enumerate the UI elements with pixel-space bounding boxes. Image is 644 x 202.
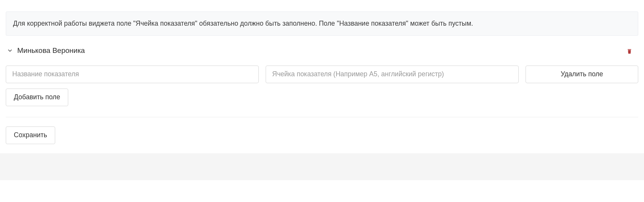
chevron-down-icon — [7, 47, 13, 54]
section-header: Минькова Вероника — [6, 46, 638, 55]
divider — [6, 117, 638, 117]
footer-strip — [0, 153, 644, 180]
save-button[interactable]: Сохранить — [6, 126, 55, 144]
save-row: Сохранить — [6, 126, 638, 144]
trash-icon[interactable] — [625, 46, 634, 55]
info-banner-text: Для корректной работы виджета поле "Ячей… — [13, 20, 473, 27]
delete-field-button[interactable]: Удалить поле — [526, 66, 638, 83]
indicator-name-input[interactable] — [6, 66, 259, 83]
info-banner: Для корректной работы виджета поле "Ячей… — [6, 11, 638, 36]
section-toggle[interactable]: Минькова Вероника — [7, 46, 85, 55]
indicator-cell-input[interactable] — [266, 66, 519, 83]
field-row: Удалить поле — [6, 66, 638, 83]
add-field-button[interactable]: Добавить поле — [6, 89, 68, 106]
add-field-row: Добавить поле — [6, 89, 638, 106]
section-title: Минькова Вероника — [17, 46, 85, 55]
